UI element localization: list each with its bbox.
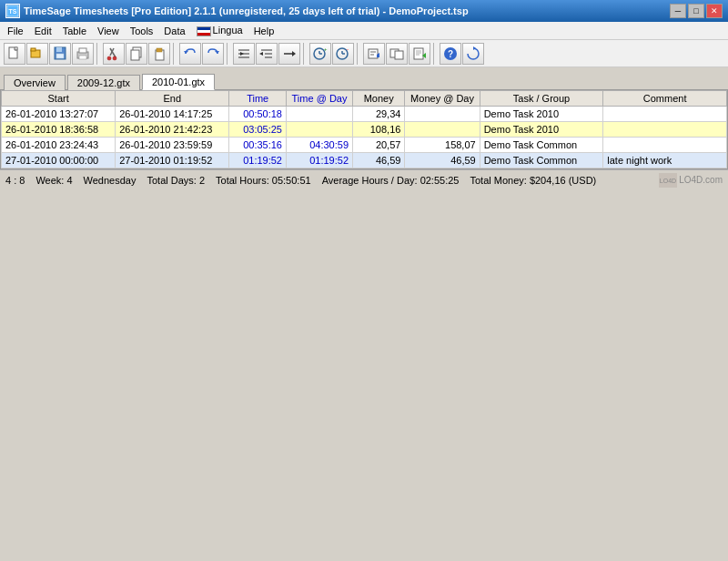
next-arrow-button[interactable] — [278, 43, 300, 65]
table-row[interactable]: 26-01-2010 23:24:4326-01-2010 23:59:5900… — [2, 138, 727, 153]
copy-button[interactable] — [126, 43, 147, 65]
new-button[interactable] — [4, 43, 25, 65]
window-controls[interactable]: ─ □ ✕ — [670, 4, 723, 18]
svg-marker-28 — [259, 52, 263, 56]
cell-money: 108,16 — [353, 122, 405, 138]
col-header-time[interactable]: Time — [229, 91, 287, 107]
clock-remove-button[interactable]: - — [332, 43, 354, 65]
status-total-hours: Total Hours: 05:50:51 — [216, 175, 311, 186]
cell-end: 26-01-2010 14:17:25 — [116, 107, 229, 122]
clock-add-button[interactable]: + — [309, 43, 331, 65]
paste-button[interactable] — [148, 43, 170, 65]
cell-moneyDay — [405, 122, 480, 138]
table-body: 26-01-2010 13:27:0726-01-2010 14:17:2500… — [2, 107, 727, 168]
svg-rect-4 — [31, 48, 35, 51]
menu-view[interactable]: View — [92, 24, 125, 38]
window-title: TimeSage Timesheets [Pro Edition] 2.1.1 … — [24, 5, 469, 16]
edit-button[interactable] — [363, 43, 385, 65]
tab-2010-01[interactable]: 2010-01.gtx — [142, 74, 215, 90]
svg-rect-45 — [414, 48, 423, 59]
app-icon: TS — [5, 4, 20, 18]
menu-file[interactable]: File — [2, 24, 29, 38]
svg-rect-9 — [79, 48, 86, 53]
menu-data[interactable]: Data — [158, 24, 190, 38]
svg-point-13 — [107, 56, 111, 60]
cell-comment — [603, 107, 727, 122]
cell-time: 03:05:25 — [229, 122, 287, 138]
cell-timeDay: 04:30:59 — [287, 138, 353, 153]
status-week: Week: 4 — [35, 175, 72, 186]
table-area: Start End Time Time @ Day Money Money @ … — [0, 89, 728, 169]
toolbar-separator-1 — [96, 43, 100, 65]
indent-button[interactable] — [233, 43, 255, 65]
watermark: LO4D LO4D.com — [659, 173, 723, 188]
toolbar-separator-2 — [173, 43, 177, 65]
svg-rect-44 — [395, 51, 403, 59]
cell-timeDay — [287, 122, 353, 138]
undo-button[interactable] — [179, 43, 201, 65]
svg-text:TS: TS — [9, 8, 17, 15]
svg-text:?: ? — [448, 49, 453, 59]
cell-timeDay: 01:19:52 — [287, 153, 353, 168]
print-button[interactable] — [72, 43, 94, 65]
tab-2009-12[interactable]: 2009-12.gtx — [67, 75, 140, 90]
menu-lingua[interactable]: Lingua — [191, 23, 248, 38]
status-weekday: Wednesday — [84, 175, 136, 186]
timesheet-table: Start End Time Time @ Day Money Money @ … — [1, 90, 727, 168]
col-header-end[interactable]: End — [116, 91, 229, 107]
save-button[interactable] — [49, 43, 71, 65]
cell-task: Demo Task Common — [480, 153, 603, 168]
svg-point-14 — [113, 56, 116, 60]
minimize-button[interactable]: ─ — [670, 4, 686, 18]
close-button[interactable]: ✕ — [706, 4, 723, 18]
svg-marker-52 — [473, 46, 476, 50]
col-header-task[interactable]: Task / Group — [480, 91, 603, 107]
tabs-bar: Overview 2009-12.gtx 2010-01.gtx — [0, 67, 728, 89]
cell-comment — [603, 138, 727, 153]
lingua-flag-icon — [197, 26, 211, 36]
cell-timeDay — [287, 107, 353, 122]
col-header-money-day[interactable]: Money @ Day — [405, 91, 480, 107]
cut-button[interactable] — [103, 43, 125, 65]
menu-table[interactable]: Table — [57, 24, 92, 38]
svg-marker-30 — [292, 51, 296, 56]
col-header-comment[interactable]: Comment — [603, 91, 727, 107]
export-button[interactable] — [409, 43, 430, 65]
svg-rect-16 — [131, 50, 139, 60]
toolbar-separator-4 — [303, 43, 307, 65]
col-header-time-day[interactable]: Time @ Day — [287, 91, 353, 107]
open-button[interactable] — [26, 43, 48, 65]
table-row[interactable]: 27-01-2010 00:00:0027-01-2010 01:19:5201… — [2, 153, 727, 168]
copy2-button[interactable] — [386, 43, 408, 65]
menu-edit[interactable]: Edit — [29, 24, 57, 38]
maximize-button[interactable]: □ — [688, 4, 704, 18]
svg-rect-7 — [56, 54, 64, 58]
table-row[interactable]: 26-01-2010 18:36:5826-01-2010 21:42:2303… — [2, 122, 727, 138]
cell-time: 00:35:16 — [229, 138, 287, 153]
status-total-days: Total Days: 2 — [147, 175, 205, 186]
status-bar: 4 : 8 Week: 4 Wednesday Total Days: 2 To… — [0, 169, 728, 189]
svg-rect-18 — [157, 48, 162, 52]
outdent-button[interactable] — [256, 43, 278, 65]
col-header-start[interactable]: Start — [2, 91, 116, 107]
cell-moneyDay: 46,59 — [405, 153, 480, 168]
col-header-money[interactable]: Money — [353, 91, 405, 107]
title-bar-left: TS TimeSage Timesheets [Pro Edition] 2.1… — [5, 4, 469, 18]
cell-start: 26-01-2010 18:36:58 — [2, 122, 116, 138]
menu-tools[interactable]: Tools — [125, 24, 159, 38]
cell-moneyDay — [405, 107, 480, 122]
cell-end: 26-01-2010 21:42:23 — [116, 122, 229, 138]
toolbar-separator-6 — [433, 43, 437, 65]
redo-button[interactable] — [202, 43, 224, 65]
cell-moneyDay: 158,07 — [405, 138, 480, 153]
tab-overview[interactable]: Overview — [4, 75, 66, 90]
svg-text:+: + — [324, 46, 328, 52]
toolbar-separator-3 — [227, 43, 230, 65]
svg-rect-39 — [369, 49, 378, 58]
help-button[interactable]: ? — [440, 43, 461, 65]
menu-help[interactable]: Help — [248, 24, 280, 38]
refresh-button[interactable] — [462, 43, 484, 65]
table-row[interactable]: 26-01-2010 13:27:0726-01-2010 14:17:2500… — [2, 107, 727, 122]
status-total-money: Total Money: $204,16 (USD) — [470, 175, 596, 186]
svg-text:LO4D: LO4D — [660, 178, 676, 184]
